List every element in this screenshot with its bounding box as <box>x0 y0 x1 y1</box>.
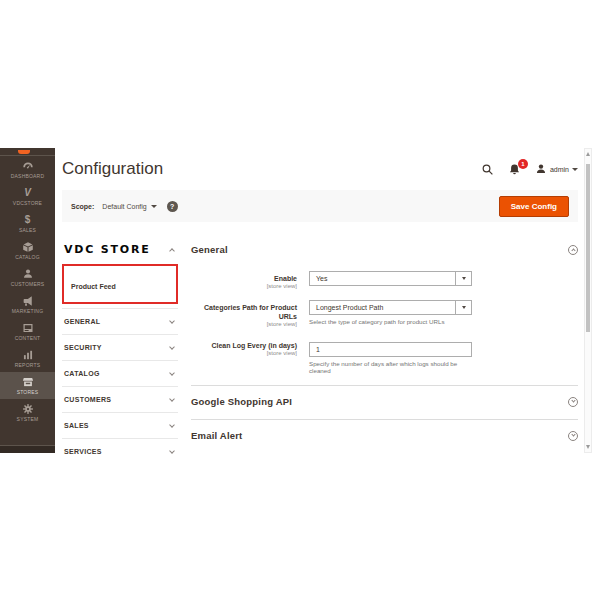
sidebar-item-label: REPORTS <box>15 362 40 368</box>
field-control: Longest Product Path Select the type of … <box>309 300 472 327</box>
sidebar-item-label: VDCSTORE <box>13 200 42 206</box>
config-nav-item-services[interactable]: SERVICES <box>62 438 178 464</box>
sidebar-item-reports[interactable]: REPORTS <box>0 345 55 372</box>
customers-icon <box>22 268 34 280</box>
categories-path-select[interactable]: Longest Product Path <box>309 300 472 315</box>
sidebar-item-stores[interactable]: STORES <box>0 372 55 399</box>
chevron-down-icon <box>169 344 175 350</box>
field-label-block: Categories Path for Product URLs [store … <box>191 300 309 327</box>
sidebar-item-vdcstore[interactable]: V VDCSTORE <box>0 183 55 210</box>
magento-logo-strip[interactable] <box>0 148 55 156</box>
notifications-bell-icon[interactable]: 1 <box>508 163 521 176</box>
search-icon[interactable] <box>481 163 494 176</box>
config-nav-item-sales[interactable]: SALES <box>62 412 178 438</box>
collapse-section-icon[interactable] <box>568 245 578 255</box>
field-control: Specify the number of days after which l… <box>309 338 472 374</box>
config-nav-item-product-feed[interactable]: Product Feed <box>62 264 178 304</box>
sidebar-item-label: STORES <box>17 389 39 395</box>
chevron-down-icon <box>169 370 175 376</box>
config-nav: VDC STORE Product Feed GENERAL SECURITY <box>62 236 178 464</box>
expand-section-icon[interactable] <box>568 431 578 441</box>
sidebar-item-system[interactable]: SYSTEM <box>0 399 55 426</box>
triangle-down-icon <box>462 306 466 309</box>
notification-count-badge: 1 <box>518 159 528 169</box>
stores-icon <box>22 376 34 388</box>
sidebar-item-label: SALES <box>19 227 36 233</box>
sidebar-item-label: CUSTOMERS <box>11 281 45 287</box>
enable-select[interactable]: Yes <box>309 271 472 286</box>
scroll-up-arrow-icon[interactable] <box>586 152 590 156</box>
field-label-block: Enable [store view] <box>191 271 309 289</box>
select-arrow-button[interactable] <box>455 272 471 285</box>
expand-section-icon[interactable] <box>568 397 578 407</box>
scrollbar-thumb[interactable] <box>586 164 590 332</box>
field-categories-path: Categories Path for Product URLs [store … <box>191 300 578 327</box>
chevron-down-icon <box>151 205 157 208</box>
save-config-button[interactable]: Save Config <box>499 196 569 217</box>
chevron-down-icon <box>169 448 175 454</box>
sidebar-item-label: SYSTEM <box>17 416 39 422</box>
config-nav-item-customers[interactable]: CUSTOMERS <box>62 386 178 412</box>
admin-username: admin <box>550 166 569 173</box>
scroll-down-arrow-icon[interactable] <box>586 445 590 449</box>
catalog-icon <box>22 241 34 253</box>
section-header-google-shopping-api[interactable]: Google Shopping API <box>191 385 578 417</box>
scope-bar: Scope: Default Config ? Save Config <box>62 190 578 222</box>
admin-user-menu[interactable]: admin <box>535 163 578 175</box>
sidebar-item-label: DASHBOARD <box>11 173 44 179</box>
chevron-down-icon <box>572 168 578 171</box>
vertical-scrollbar[interactable] <box>584 148 592 453</box>
marketing-icon <box>22 295 34 307</box>
sidebar-item-catalog[interactable]: CATALOG <box>0 237 55 264</box>
scope-label: Scope: <box>71 203 94 210</box>
page: DASHBOARD V VDCSTORE $ SALES CATALOG <box>0 0 600 600</box>
settings-content: General Enable [store view] Yes <box>191 236 578 451</box>
scope-switcher[interactable]: Default Config <box>102 203 156 210</box>
chevron-down-icon <box>169 396 175 402</box>
sidebar-item-customers[interactable]: CUSTOMERS <box>0 264 55 291</box>
system-icon <box>22 403 34 415</box>
help-icon[interactable]: ? <box>167 201 178 212</box>
config-nav-header-vdc-store[interactable]: VDC STORE <box>62 236 178 263</box>
field-note: Specify the number of days after which l… <box>309 360 472 374</box>
chevron-up-icon <box>169 248 175 254</box>
select-arrow-button[interactable] <box>455 301 471 314</box>
field-note: Select the type of category path for pro… <box>309 318 472 325</box>
section-title: General <box>191 244 228 255</box>
vdc-store-heading: VDC STORE <box>64 243 151 256</box>
sales-icon: $ <box>22 214 34 226</box>
clean-log-input[interactable] <box>309 342 472 357</box>
sidebar-item-dashboard[interactable]: DASHBOARD <box>0 156 55 183</box>
magento-logo-icon <box>18 150 30 154</box>
sidebar-item-label: CATALOG <box>15 254 40 260</box>
chevron-down-icon <box>169 318 175 324</box>
sidebar-item-label: MARKETING <box>12 308 44 314</box>
config-nav-item-general[interactable]: GENERAL <box>62 308 178 334</box>
field-label-block: Clean Log Every (in days) [store view] <box>191 338 309 374</box>
content-icon <box>22 322 34 334</box>
admin-sidebar: DASHBOARD V VDCSTORE $ SALES CATALOG <box>0 148 55 453</box>
page-header: Configuration 1 admin <box>62 148 578 190</box>
main-area: Configuration 1 admin <box>55 148 584 453</box>
sidebar-item-content[interactable]: CONTENT <box>0 318 55 345</box>
scope-value: Default Config <box>102 203 146 210</box>
reports-icon <box>22 349 34 361</box>
sidebar-spacer <box>0 426 55 445</box>
section-header-general: General <box>191 244 578 255</box>
config-body: VDC STORE Product Feed GENERAL SECURITY <box>62 236 578 464</box>
page-title: Configuration <box>62 159 163 179</box>
config-nav-item-catalog[interactable]: CATALOG <box>62 360 178 386</box>
product-feed-label: Product Feed <box>71 283 116 290</box>
admin-app-window: DASHBOARD V VDCSTORE $ SALES CATALOG <box>0 148 584 453</box>
field-clean-log: Clean Log Every (in days) [store view] S… <box>191 338 578 374</box>
user-icon <box>535 163 547 175</box>
field-control: Yes <box>309 271 472 289</box>
sidebar-item-marketing[interactable]: MARKETING <box>0 291 55 318</box>
sidebar-item-sales[interactable]: $ SALES <box>0 210 55 237</box>
chevron-down-icon <box>169 422 175 428</box>
config-nav-item-security[interactable]: SECURITY <box>62 334 178 360</box>
triangle-down-icon <box>462 277 466 280</box>
section-header-email-alert[interactable]: Email Alert <box>191 419 578 451</box>
field-enable: Enable [store view] Yes <box>191 271 578 289</box>
dashboard-icon <box>22 160 34 172</box>
